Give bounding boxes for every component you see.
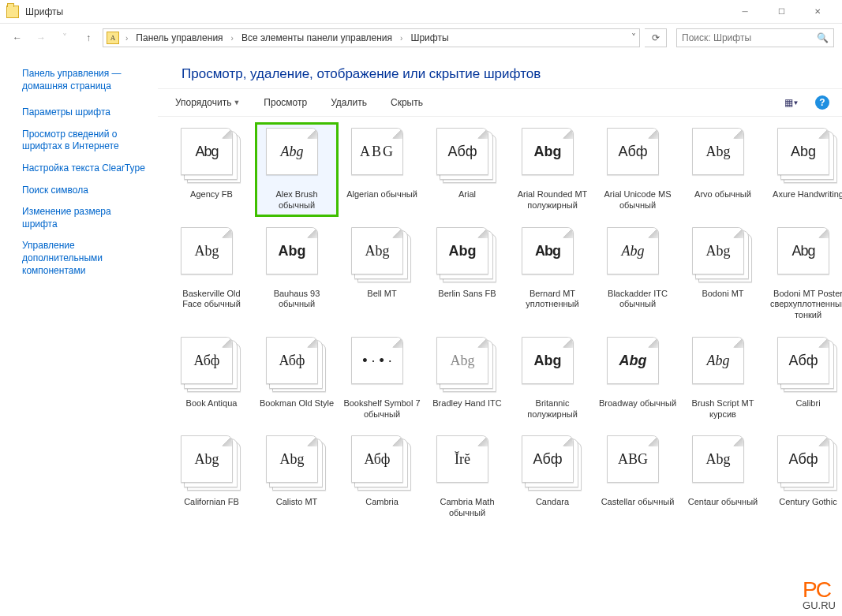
- font-sample: Abg: [618, 353, 649, 368]
- view-button[interactable]: Просмотр: [259, 94, 312, 111]
- search-input[interactable]: [682, 32, 817, 43]
- sidebar-item[interactable]: Управление дополнительными компонентами: [22, 240, 148, 277]
- font-item[interactable]: AbgCalisto MT: [257, 432, 336, 522]
- font-item[interactable]: ĬrĕCambria Math обычный: [428, 432, 507, 522]
- font-label: Bauhaus 93 обычный: [257, 289, 336, 311]
- font-item[interactable]: AbgArvo обычный: [683, 125, 762, 215]
- font-label: Castellar обычный: [601, 497, 675, 508]
- breadcrumb-item[interactable]: Шрифты: [406, 29, 453, 47]
- font-item[interactable]: AbgBradley Hand ITC: [428, 334, 507, 424]
- breadcrumb[interactable]: A › Панель управления › Все элементы пан…: [103, 28, 640, 47]
- delete-button[interactable]: Удалить: [326, 94, 372, 111]
- font-item[interactable]: АбфCalibri: [769, 334, 842, 424]
- font-item[interactable]: AbgBernard MT уплотненный: [513, 224, 592, 324]
- forward-button[interactable]: →: [32, 28, 51, 47]
- font-item[interactable]: AbgCentaur обычный: [683, 432, 762, 522]
- history-dropdown[interactable]: ˅: [55, 28, 74, 47]
- font-page-icon: • · • ·: [351, 337, 403, 384]
- font-item[interactable]: AbgAgency FB: [172, 125, 251, 215]
- chevron-right-icon[interactable]: ›: [399, 34, 404, 43]
- font-label: Arvo обычный: [694, 189, 751, 200]
- sidebar-item[interactable]: Поиск символа: [22, 185, 148, 197]
- font-item[interactable]: AbgBodoni MT Poster сверхуплотненный тон…: [769, 224, 842, 324]
- minimize-button[interactable]: ─: [727, 0, 763, 24]
- font-grid-scroll[interactable]: AbgAgency FBAbgAlex Brush обычныйABGAlge…: [158, 117, 842, 616]
- refresh-button[interactable]: ⟳: [645, 28, 667, 47]
- breadcrumb-item[interactable]: Панель управления: [131, 29, 227, 47]
- hide-button[interactable]: Скрыть: [386, 94, 428, 111]
- font-sample: Абф: [447, 144, 479, 159]
- sidebar-item[interactable]: Параметры шрифта: [22, 106, 148, 119]
- breadcrumb-folder-icon: A: [107, 32, 119, 44]
- font-page-icon: Абф: [436, 128, 488, 175]
- font-item[interactable]: AbgBlackadder ITC обычный: [598, 224, 677, 324]
- hide-label: Скрыть: [391, 97, 423, 108]
- font-sample: Абф: [532, 452, 564, 466]
- help-button[interactable]: ?: [815, 95, 829, 110]
- search-icon[interactable]: 🔍: [817, 32, 829, 43]
- font-item[interactable]: AbgBritannic полужирный: [513, 334, 592, 424]
- font-sample: ABG: [358, 144, 396, 159]
- font-item[interactable]: AbgAxure Handwriting: [769, 125, 842, 215]
- font-sample: Abg: [193, 244, 221, 258]
- sidebar-item[interactable]: Просмотр сведений о шрифтах в Интернете: [22, 129, 148, 153]
- font-item[interactable]: АбфArial: [428, 125, 507, 215]
- font-label: Algerian обычный: [346, 189, 417, 200]
- font-item[interactable]: • · • ·Bookshelf Symbol 7 обычный: [342, 334, 421, 424]
- font-page-icon: Abg: [181, 435, 233, 483]
- close-button[interactable]: ✕: [799, 0, 836, 24]
- organize-button[interactable]: Упорядочить ▼: [170, 94, 245, 111]
- font-item[interactable]: AbgBauhaus 93 обычный: [257, 224, 336, 324]
- chevron-down-icon[interactable]: ˅: [631, 32, 636, 43]
- font-item[interactable]: AbgBerlin Sans FB: [428, 224, 507, 324]
- font-page-icon: Ĭrĕ: [436, 435, 488, 483]
- font-item[interactable]: АбфCandara: [513, 432, 592, 522]
- font-item[interactable]: AbgBodoni MT: [683, 224, 762, 324]
- back-button[interactable]: ←: [8, 28, 27, 47]
- font-item[interactable]: ABGCastellar обычный: [598, 432, 677, 522]
- font-item[interactable]: AbgBrush Script MT курсив: [683, 334, 762, 424]
- font-sample: Abg: [193, 144, 219, 159]
- font-item[interactable]: AbgCalifornian FB: [172, 432, 251, 522]
- font-item[interactable]: AbgBaskerville Old Face обычный: [172, 224, 251, 324]
- font-item[interactable]: АбфArial Unicode MS обычный: [598, 125, 677, 215]
- window-title: Шрифты: [25, 6, 63, 17]
- font-item[interactable]: AbgAlex Brush обычный: [257, 125, 336, 215]
- font-item[interactable]: AbgBroadway обычный: [598, 334, 677, 424]
- font-page-icon: Abg: [607, 337, 659, 384]
- font-thumb: ABG: [351, 128, 413, 186]
- chevron-right-icon[interactable]: ›: [230, 34, 235, 43]
- font-sample: Ĭrĕ: [453, 452, 472, 466]
- font-item[interactable]: АбфCambria: [342, 432, 421, 522]
- font-label: Baskerville Old Face обычный: [172, 289, 251, 311]
- font-sample: Abg: [705, 452, 732, 466]
- font-item[interactable]: AbgArial Rounded MT полужирный: [513, 125, 592, 215]
- font-thumb: Abg: [777, 128, 839, 186]
- sidebar-item[interactable]: Настройка текста ClearType: [22, 162, 148, 175]
- font-sample: Абф: [617, 144, 649, 159]
- font-sample: Abg: [705, 244, 732, 258]
- font-item[interactable]: AbgBell MT: [342, 224, 421, 324]
- font-sample: Abg: [279, 144, 305, 159]
- font-item[interactable]: АбфBook Antiqua: [172, 334, 251, 424]
- sidebar-home-link[interactable]: Панель управления — домашняя страница: [22, 68, 148, 92]
- chevron-right-icon[interactable]: ›: [124, 34, 129, 43]
- view-label: Просмотр: [264, 97, 307, 108]
- view-mode-button[interactable]: ▦ ▼: [782, 94, 801, 111]
- search-box[interactable]: 🔍: [676, 28, 834, 47]
- up-button[interactable]: ↑: [79, 28, 98, 47]
- font-sample: Abg: [533, 144, 563, 159]
- font-item[interactable]: АбфBookman Old Style: [257, 334, 336, 424]
- font-label: Britannic полужирный: [513, 398, 592, 420]
- font-item[interactable]: ABGAlgerian обычный: [342, 125, 421, 215]
- font-thumb: Abg: [266, 227, 327, 286]
- font-thumb: Abg: [522, 337, 583, 395]
- font-item[interactable]: АбфCentury Gothic: [769, 432, 842, 522]
- font-sample: Abg: [364, 244, 391, 258]
- breadcrumb-item[interactable]: Все элементы панели управления: [237, 29, 397, 47]
- font-sample: Abg: [705, 144, 732, 159]
- maximize-button[interactable]: ☐: [763, 0, 799, 24]
- sidebar-item[interactable]: Изменение размера шрифта: [22, 206, 148, 230]
- font-thumb: Abg: [607, 227, 668, 286]
- font-sample: ABG: [616, 452, 649, 466]
